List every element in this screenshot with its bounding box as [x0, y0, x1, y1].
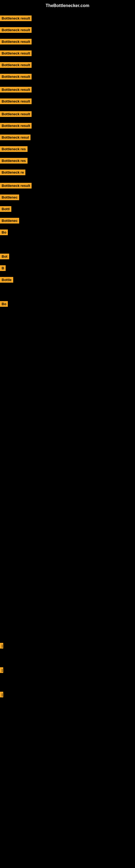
- bottleneck-result-badge: Bottleneck result: [0, 183, 32, 188]
- bottleneck-result-badge: Bottleneck res: [0, 158, 28, 163]
- bottleneck-result-badge: Bottlenec: [0, 218, 19, 223]
- bottleneck-result-badge: Bottl: [0, 206, 11, 212]
- bottleneck-result-badge: Bo: [0, 301, 8, 307]
- bottleneck-result-badge: Bo: [0, 229, 8, 235]
- bottleneck-result-badge: Bottlenec: [0, 194, 19, 200]
- bottleneck-result-badge: Bottleneck res: [0, 146, 28, 152]
- bottleneck-result-badge: Bottleneck resul: [0, 134, 31, 140]
- bottleneck-result-badge: Bottleneck result: [0, 27, 32, 33]
- bottleneck-result-badge: Bottleneck result: [0, 51, 32, 56]
- bottleneck-result-badge: B: [0, 265, 6, 271]
- bottleneck-result-badge: Bottleneck result: [0, 98, 32, 104]
- bottleneck-result-badge: |: [0, 692, 3, 698]
- bottleneck-result-badge: |: [0, 667, 3, 673]
- bottleneck-result-badge: Bottleneck result: [0, 62, 32, 68]
- bottleneck-result-badge: Bottleneck result: [0, 111, 32, 117]
- bottleneck-result-badge: Bottleneck result: [0, 39, 32, 44]
- bottleneck-result-badge: Bottle: [0, 277, 13, 283]
- bottleneck-result-badge: Bottleneck result: [0, 123, 32, 129]
- bottleneck-result-badge: Bottleneck result: [0, 74, 32, 80]
- bottleneck-result-badge: |: [0, 643, 3, 649]
- site-title: TheBottlenecker.com: [0, 1, 135, 10]
- bottleneck-result-badge: Bottleneck re: [0, 169, 26, 175]
- bottleneck-result-badge: Bot: [0, 254, 9, 259]
- bottleneck-result-badge: Bottleneck result: [0, 87, 32, 93]
- bottleneck-result-badge: Bottleneck result: [0, 16, 32, 21]
